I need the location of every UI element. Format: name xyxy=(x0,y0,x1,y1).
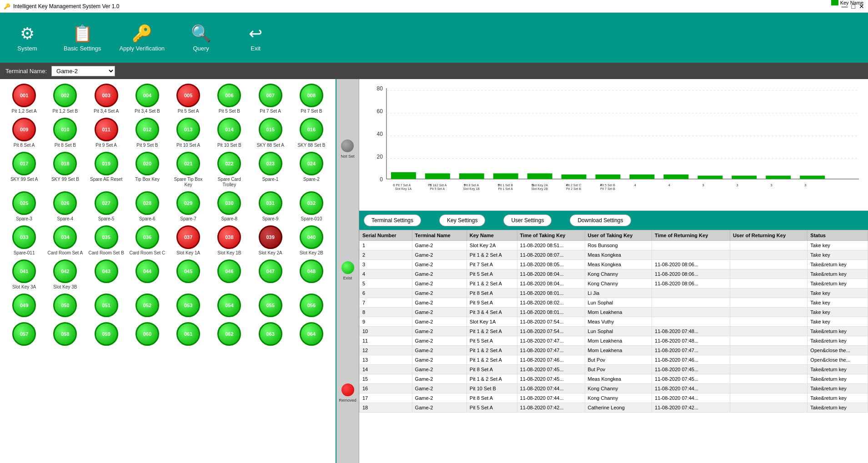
table-row[interactable]: 3Game-2Pit 7 Set A11-08-2020 08:05...Mea… xyxy=(360,260,868,269)
svg-text:Pit 5 Set A: Pit 5 Set A xyxy=(430,187,445,190)
table-row[interactable]: 11Game-2Pit 5 Set A11-08-2020 07:47...Mo… xyxy=(360,336,868,346)
table-row[interactable]: 5Game-2Pit 1 & 2 Set A11-08-2020 08:04..… xyxy=(360,279,868,289)
key-item-021[interactable]: 021Spare Tip Box Key xyxy=(169,152,208,188)
key-item-060[interactable]: 060 xyxy=(128,322,167,347)
key-item-010[interactable]: 010Pit 8 Set B xyxy=(45,118,85,148)
table-row[interactable]: 18Game-2Pit 5 Set A11-08-2020 07:42...Ca… xyxy=(360,403,868,413)
key-item-035[interactable]: 035Card Room Set B xyxy=(87,225,126,256)
key-item-045[interactable]: 045 xyxy=(169,259,208,290)
key-item-038[interactable]: 038Slot Key 1B xyxy=(210,225,249,256)
key-item-032[interactable]: 032Spare-010 xyxy=(292,191,331,222)
key-item-008[interactable]: 008Pit 7 Set B xyxy=(292,84,331,114)
toolbar-exit[interactable]: ↩ Exit xyxy=(237,24,274,52)
key-item-027[interactable]: 027Spare-5 xyxy=(87,191,126,222)
cell-keyName: Pit 5 Set A xyxy=(467,269,517,279)
table-row[interactable]: 17Game-2Pit 8 Set A11-08-2020 07:44...Ko… xyxy=(360,393,868,403)
key-item-003[interactable]: 003Pit 3,4 Set A xyxy=(87,84,126,114)
key-item-049[interactable]: 049 xyxy=(5,294,44,319)
key-item-061[interactable]: 061 xyxy=(169,322,208,347)
key-item-013[interactable]: 013Pit 10 Set A xyxy=(169,118,208,148)
table-row[interactable]: 10Game-2Pit 1 & 2 Set A11-08-2020 07:54.… xyxy=(360,327,868,336)
key-item-057[interactable]: 057 xyxy=(5,322,44,347)
key-item-062[interactable]: 062 xyxy=(210,322,249,347)
key-item-016[interactable]: 016SKY 88 Set B xyxy=(292,118,331,148)
key-item-015[interactable]: 015SKY 88 Set A xyxy=(251,118,290,148)
key-item-050[interactable]: 050 xyxy=(45,294,85,319)
key-item-005[interactable]: 005Pit 5 Set A xyxy=(169,84,208,114)
key-item-026[interactable]: 026Spare-4 xyxy=(45,191,85,222)
key-item-046[interactable]: 046 xyxy=(210,259,249,290)
key-item-031[interactable]: 031Spare-9 xyxy=(251,191,290,222)
table-row[interactable]: 12Game-2Pit 1 & 2 Set A11-08-2020 07:47.… xyxy=(360,346,868,355)
key-label-039: Slot Key 2A xyxy=(258,250,282,256)
table-row[interactable]: 7Game-2Pit 9 Set A11-08-2020 08:02...Lun… xyxy=(360,298,868,308)
key-item-019[interactable]: 019Spare AE Reset xyxy=(87,152,126,188)
key-item-048[interactable]: 048 xyxy=(292,259,331,290)
tab-terminal-settings[interactable]: Terminal Settings xyxy=(364,214,421,226)
key-item-041[interactable]: 041Slot Key 3A xyxy=(5,259,44,290)
key-item-006[interactable]: 006Pit 5 Set B xyxy=(210,84,249,114)
cell-userTake: Li Jia xyxy=(585,289,652,298)
key-item-020[interactable]: 020Tip Box Key xyxy=(128,152,167,188)
key-item-059[interactable]: 059 xyxy=(87,322,126,347)
key-item-012[interactable]: 012Pit 9 Set B xyxy=(128,118,167,148)
key-item-033[interactable]: 033Spare-011 xyxy=(5,225,44,256)
table-row[interactable]: 14Game-2Pit 8 Set A11-08-2020 07:45...Bu… xyxy=(360,365,868,374)
key-item-011[interactable]: 011Pit 9 Set A xyxy=(87,118,126,148)
key-item-053[interactable]: 053 xyxy=(169,294,208,319)
key-item-064[interactable]: 064 xyxy=(292,322,331,347)
key-item-028[interactable]: 028Spare-6 xyxy=(128,191,167,222)
key-item-043[interactable]: 043 xyxy=(87,259,126,290)
key-item-063[interactable]: 063 xyxy=(251,322,290,347)
key-item-018[interactable]: 018SKY 99 Set B xyxy=(45,152,85,188)
table-row[interactable]: 8Game-2Pit 3 & 4 Set A11-08-2020 08:01..… xyxy=(360,308,868,317)
table-row[interactable]: 16Game-2Pit 10 Set B11-08-2020 07:44...K… xyxy=(360,384,868,393)
cell-status: Take&return key xyxy=(808,374,868,384)
toolbar-query[interactable]: 🔍 Query xyxy=(183,24,219,52)
table-row[interactable]: 2Game-2Pit 1 & 2 Set A11-08-2020 08:07..… xyxy=(360,250,868,260)
key-item-056[interactable]: 056 xyxy=(292,294,331,319)
key-item-001[interactable]: 001Pit 1,2 Set A xyxy=(5,84,44,114)
key-item-004[interactable]: 004Pit 3,4 Set B xyxy=(128,84,167,114)
key-item-007[interactable]: 007Pit 7 Set A xyxy=(251,84,290,114)
key-item-030[interactable]: 030Spare-8 xyxy=(210,191,249,222)
key-item-024[interactable]: 024Spare-2 xyxy=(292,152,331,188)
key-item-002[interactable]: 002Pit 1,2 Set B xyxy=(45,84,85,114)
key-item-054[interactable]: 054 xyxy=(210,294,249,319)
terminal-select[interactable]: Game-2 Game-1 Game-3 xyxy=(51,66,115,76)
key-item-047[interactable]: 047 xyxy=(251,259,290,290)
key-item-034[interactable]: 034Card Room Set A xyxy=(45,225,85,256)
key-item-036[interactable]: 036Card Room Set C xyxy=(128,225,167,256)
key-item-025[interactable]: 025Spare-3 xyxy=(5,191,44,222)
key-item-055[interactable]: 055 xyxy=(251,294,290,319)
table-row[interactable]: 6Game-2Pit 8 Set A11-08-2020 08:01...Li … xyxy=(360,289,868,298)
toolbar-basic-settings[interactable]: 📋 Basic Settings xyxy=(64,24,101,52)
key-item-017[interactable]: 017SKY 99 Set A xyxy=(5,152,44,188)
tab-download-settings[interactable]: Download Settings xyxy=(570,214,631,226)
key-item-058[interactable]: 058 xyxy=(45,322,85,347)
cell-terminal: Game-2 xyxy=(412,289,467,298)
table-row[interactable]: 1Game-2Slot Key 2A11-08-2020 08:51...Ros… xyxy=(360,241,868,250)
key-item-009[interactable]: 009Pit 8 Set A xyxy=(5,118,44,148)
key-item-051[interactable]: 051 xyxy=(87,294,126,319)
key-item-014[interactable]: 014Pit 10 Set B xyxy=(210,118,249,148)
key-item-040[interactable]: 040Slot Key 2B xyxy=(292,225,331,256)
key-item-052[interactable]: 052 xyxy=(128,294,167,319)
key-item-023[interactable]: 023Spare-1 xyxy=(251,152,290,188)
table-row[interactable]: 4Game-2Pit 5 Set A11-08-2020 08:04...Kon… xyxy=(360,269,868,279)
tab-user-settings[interactable]: User Settings xyxy=(503,214,552,226)
toolbar-apply-verification[interactable]: 🔑 Apply Verification xyxy=(119,24,165,52)
toolbar-system[interactable]: ⚙ System xyxy=(9,24,45,52)
table-row[interactable]: 15Game-2Pit 1 & 2 Set A11-08-2020 07:45.… xyxy=(360,374,868,384)
key-item-039[interactable]: 039Slot Key 2A xyxy=(251,225,290,256)
key-item-044[interactable]: 044 xyxy=(128,259,167,290)
key-item-037[interactable]: 037Slot Key 1A xyxy=(169,225,208,256)
key-item-022[interactable]: 022Spare Card Trolley xyxy=(210,152,249,188)
key-item-042[interactable]: 042Slot Key 3B xyxy=(45,259,85,290)
cell-timeReturn: 11-08-2020 08:06... xyxy=(652,260,730,269)
table-row[interactable]: 9Game-2Slot Key 1A11-08-2020 07:54...Mea… xyxy=(360,317,868,327)
key-item-029[interactable]: 029Spare-7 xyxy=(169,191,208,222)
table-row[interactable]: 13Game-2Pit 1 & 2 Set A11-08-2020 07:46.… xyxy=(360,355,868,365)
key-label-015: SKY 88 Set A xyxy=(256,143,284,148)
tab-key-settings[interactable]: Key Settings xyxy=(439,214,485,226)
